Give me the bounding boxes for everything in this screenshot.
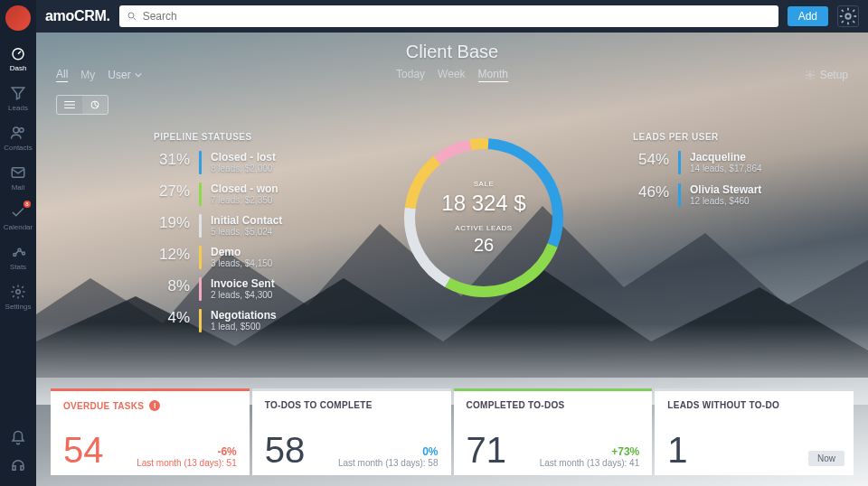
status-color-bar [199,151,202,174]
nav-label: Mail [12,183,25,192]
filter-my[interactable]: My [80,69,95,81]
status-row[interactable]: 4%Negotiations1 lead, $500 [154,309,335,332]
nav-notifications[interactable] [0,425,36,452]
user-pct: 46% [633,183,669,201]
add-button[interactable]: Add [788,6,828,26]
card-sub: Last month (13 days): 58 [338,458,439,468]
status-color-bar [199,214,202,238]
svg-point-1 [14,127,19,133]
status-pct: 4% [154,309,190,327]
svg-point-8 [128,13,134,18]
status-pct: 31% [154,151,190,169]
now-button[interactable]: Now [808,451,844,466]
card-title: TO-DOS TO COMPLETE [265,400,439,410]
range-month[interactable]: Month [478,68,508,82]
active-leads-value: 26 [474,235,494,256]
gear-icon [838,6,858,26]
status-pct: 19% [154,214,190,232]
nav-label: Dash [10,64,27,72]
card-leads-without-todo[interactable]: LEADS WITHOUT TO-DO 1 Now [655,388,854,475]
nav-calendar[interactable]: 8 Calendar [0,197,36,237]
status-name: Closed - won [211,182,278,195]
status-row[interactable]: 12%Demo3 leads, $4,150 [154,246,335,269]
user-pct: 54% [633,151,669,169]
card-delta: +73% [540,445,640,458]
svg-point-4 [14,254,16,257]
status-pct: 12% [154,246,190,264]
status-color-bar [199,246,202,269]
user-color-bar [678,151,681,174]
stats-icon [10,244,26,260]
user-row[interactable]: 54%Jacqueline14 leads, $17,864 [633,151,787,174]
search-input[interactable] [143,10,771,23]
nav-support[interactable] [0,452,36,479]
search-input-wrap[interactable] [119,5,778,27]
settings-button[interactable] [837,5,859,27]
card-value: 71 [467,432,507,468]
user-row[interactable]: 46%Olivia Stewart12 leads, $460 [633,183,787,207]
card-title: LEADS WITHOUT TO-DO [667,400,841,410]
nav-contacts[interactable]: Contacts [0,117,36,157]
setup-button[interactable]: Setup [805,69,848,81]
status-sub: 7 leads, $2,350 [211,195,278,205]
page-title: Client Base [56,33,848,62]
brand-logo: amoCRM. [45,8,110,24]
filter-user-dropdown[interactable]: User [108,69,141,81]
card-delta: 0% [338,445,439,458]
gear-icon [10,284,26,300]
svg-point-7 [16,290,21,294]
filter-row: All My User Today Week Month [56,68,848,82]
status-name: Initial Contact [211,214,282,227]
view-chart-button[interactable] [82,96,108,114]
topbar: amoCRM. Add [36,0,868,33]
status-pct: 27% [154,182,190,201]
card-todos-complete[interactable]: TO-DOS TO COMPLETE 58 0%Last month (13 d… [252,388,451,475]
pie-icon [89,99,101,110]
chevron-down-icon [135,71,142,79]
user-sub: 14 leads, $17,864 [690,164,762,173]
status-row[interactable]: 19%Initial Contact5 leads, $5,024 [154,214,335,238]
funnel-icon [10,85,26,101]
card-sub: Last month (13 days): 41 [540,458,640,468]
card-completed-todos[interactable]: COMPLETED TO-DOS 71 +73%Last month (13 d… [454,388,653,475]
nav-settings[interactable]: Settings [0,276,36,316]
card-overdue-tasks[interactable]: OVERDUE TASKS! 54 -6%Last month (13 days… [51,388,250,475]
status-row[interactable]: 27%Closed - won7 leads, $2,350 [154,182,335,206]
nav-label: Settings [5,303,32,311]
card-value: 54 [63,432,104,468]
status-row[interactable]: 8%Invoice Sent2 leads, $4,300 [154,277,335,301]
status-sub: 2 leads, $4,300 [211,290,275,300]
nav-label: Leads [8,104,28,112]
nav-stats[interactable]: Stats [0,237,36,276]
user-color-bar [678,183,681,207]
svg-point-2 [20,128,24,133]
gear-icon [805,70,816,80]
avatar[interactable] [5,5,31,31]
status-row[interactable]: 31%Closed - lost8 leads, $2,000 [154,151,335,174]
range-today[interactable]: Today [396,68,425,82]
nav-mail[interactable]: Mail [0,157,36,197]
badge-icon: 8 [24,201,31,208]
active-leads-label: ACTIVE LEADS [455,224,512,232]
sidebar: Dash Leads Contacts Mail 8 Calendar Stat… [0,0,36,486]
card-value: 1 [667,432,687,468]
filter-all[interactable]: All [56,68,68,82]
status-sub: 5 leads, $5,024 [211,227,282,237]
status-sub: 8 leads, $2,000 [211,164,276,173]
range-week[interactable]: Week [438,68,465,82]
list-icon [63,99,76,110]
card-delta: -6% [137,445,237,458]
status-sub: 3 leads, $4,150 [211,258,272,268]
view-list-button[interactable] [57,96,82,114]
nav-dash[interactable]: Dash [0,38,36,78]
nav-leads[interactable]: Leads [0,78,36,117]
card-sub: Last month (13 days): 51 [137,458,237,468]
summary-cards: OVERDUE TASKS! 54 -6%Last month (13 days… [51,388,854,475]
user-sub: 12 leads, $460 [690,196,761,206]
bell-icon [10,430,26,446]
warning-icon: ! [149,400,160,411]
user-name: Olivia Stewart [690,183,761,196]
users-icon [10,125,26,141]
status-name: Negotiations [211,309,277,322]
status-name: Demo [211,246,272,258]
